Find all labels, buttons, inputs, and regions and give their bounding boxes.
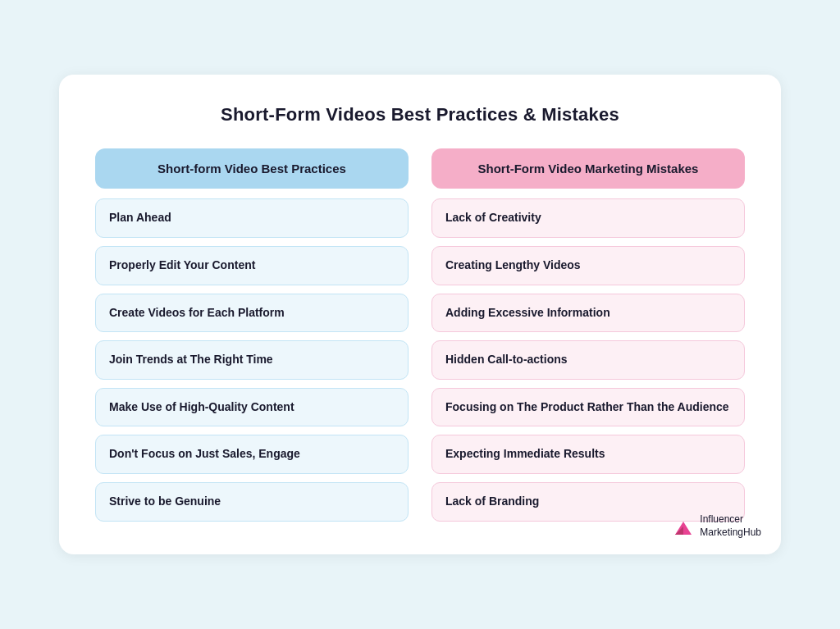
list-item: Strive to be Genuine (95, 482, 409, 522)
list-item: Expecting Immediate Results (431, 435, 745, 474)
right-column-header: Short-Form Video Marketing Mistakes (431, 148, 745, 189)
list-item: Adding Excessive Information (431, 294, 745, 333)
list-item: Focusing on The Product Rather Than the … (431, 388, 745, 427)
list-item: Join Trends at The Right Time (95, 340, 409, 380)
main-card: Short-Form Videos Best Practices & Mista… (59, 75, 781, 554)
list-item: Creating Lengthy Videos (431, 246, 745, 285)
left-column-header: Short-form Video Best Practices (95, 148, 409, 189)
logo-text: Influencer MarketingHub (700, 513, 761, 539)
list-item: Make Use of High-Quality Content (95, 388, 409, 427)
list-item: Properly Edit Your Content (95, 246, 409, 285)
list-item: Hidden Call-to-actions (431, 340, 745, 380)
right-column: Short-Form Video Marketing Mistakes Lack… (431, 148, 745, 521)
logo: Influencer MarketingHub (672, 513, 761, 539)
svg-marker-1 (675, 526, 683, 535)
list-item: Lack of Creativity (431, 198, 745, 238)
columns-container: Short-form Video Best Practices Plan Ahe… (95, 148, 745, 521)
logo-icon (672, 515, 695, 538)
left-column: Short-form Video Best Practices Plan Ahe… (95, 148, 409, 521)
list-item: Don't Focus on Just Sales, Engage (95, 435, 409, 474)
page-title: Short-Form Videos Best Practices & Mista… (95, 104, 745, 125)
list-item: Create Videos for Each Platform (95, 294, 409, 333)
list-item: Plan Ahead (95, 198, 409, 238)
